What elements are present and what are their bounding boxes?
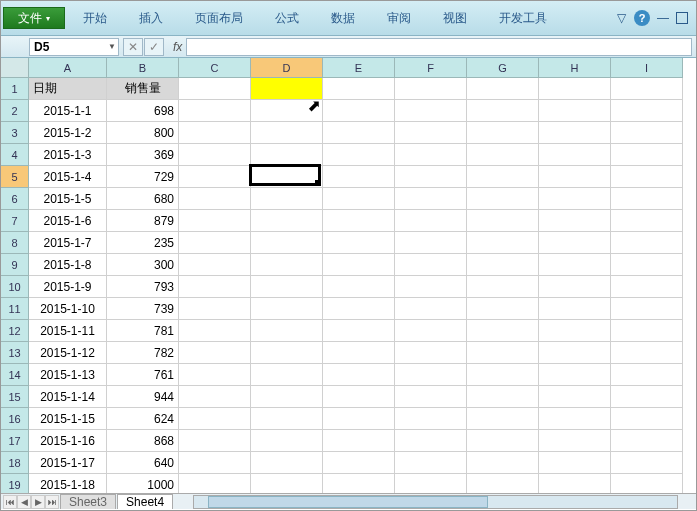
- cell[interactable]: [539, 122, 611, 144]
- sheet-nav-next-icon[interactable]: ▶: [31, 495, 45, 509]
- help-icon[interactable]: ?: [634, 10, 650, 26]
- ribbon-tab[interactable]: 公式: [259, 1, 315, 35]
- cell[interactable]: [467, 78, 539, 100]
- row-header[interactable]: 15: [1, 386, 29, 408]
- sheet-tab-active[interactable]: Sheet4: [117, 494, 173, 509]
- cell[interactable]: [611, 320, 683, 342]
- cell[interactable]: [251, 100, 323, 122]
- cell[interactable]: 698: [107, 100, 179, 122]
- cell[interactable]: [395, 232, 467, 254]
- row-header[interactable]: 19: [1, 474, 29, 495]
- cell[interactable]: [179, 452, 251, 474]
- cell[interactable]: [611, 254, 683, 276]
- ribbon-tab[interactable]: 视图: [427, 1, 483, 35]
- column-header[interactable]: H: [539, 58, 611, 78]
- cell[interactable]: [323, 188, 395, 210]
- row-header[interactable]: 1: [1, 78, 29, 100]
- cell[interactable]: [251, 342, 323, 364]
- cell[interactable]: [251, 320, 323, 342]
- cell[interactable]: [611, 474, 683, 495]
- cell[interactable]: 2015-1-12: [29, 342, 107, 364]
- cell[interactable]: 624: [107, 408, 179, 430]
- cell[interactable]: [395, 320, 467, 342]
- cell[interactable]: [467, 474, 539, 495]
- cell[interactable]: [611, 188, 683, 210]
- select-all-corner[interactable]: [1, 58, 29, 78]
- cell[interactable]: 781: [107, 320, 179, 342]
- scrollbar-thumb[interactable]: [208, 496, 488, 508]
- column-header[interactable]: B: [107, 58, 179, 78]
- cell[interactable]: [395, 364, 467, 386]
- file-button[interactable]: 文件 ▾: [3, 7, 65, 29]
- cell[interactable]: [179, 232, 251, 254]
- cell[interactable]: 2015-1-18: [29, 474, 107, 495]
- cell[interactable]: 2015-1-5: [29, 188, 107, 210]
- column-header[interactable]: C: [179, 58, 251, 78]
- cell[interactable]: [539, 210, 611, 232]
- cell[interactable]: [179, 364, 251, 386]
- cell[interactable]: 2015-1-11: [29, 320, 107, 342]
- row-header[interactable]: 5: [1, 166, 29, 188]
- cell[interactable]: 944: [107, 386, 179, 408]
- cell[interactable]: [179, 386, 251, 408]
- cell[interactable]: 868: [107, 430, 179, 452]
- cell[interactable]: [179, 430, 251, 452]
- row-header[interactable]: 9: [1, 254, 29, 276]
- cell[interactable]: [467, 100, 539, 122]
- cell[interactable]: [323, 364, 395, 386]
- cell[interactable]: [611, 298, 683, 320]
- cell[interactable]: [251, 144, 323, 166]
- cell[interactable]: [251, 474, 323, 495]
- cell[interactable]: [395, 100, 467, 122]
- cell[interactable]: [467, 276, 539, 298]
- minimize-ribbon-icon[interactable]: ▽: [614, 11, 628, 25]
- ribbon-tab[interactable]: 开始: [67, 1, 123, 35]
- cell[interactable]: [251, 210, 323, 232]
- cell[interactable]: [467, 254, 539, 276]
- cell[interactable]: [467, 320, 539, 342]
- cell[interactable]: [395, 430, 467, 452]
- cell[interactable]: [611, 430, 683, 452]
- cell[interactable]: [467, 408, 539, 430]
- cell[interactable]: [467, 144, 539, 166]
- cell[interactable]: [251, 386, 323, 408]
- cell[interactable]: 879: [107, 210, 179, 232]
- cell[interactable]: [539, 254, 611, 276]
- cell[interactable]: [323, 144, 395, 166]
- cell[interactable]: [323, 276, 395, 298]
- cell[interactable]: 782: [107, 342, 179, 364]
- column-header[interactable]: D: [251, 58, 323, 78]
- cell[interactable]: [539, 78, 611, 100]
- cell[interactable]: [251, 452, 323, 474]
- row-header[interactable]: 18: [1, 452, 29, 474]
- cell[interactable]: [179, 320, 251, 342]
- cell[interactable]: [179, 298, 251, 320]
- cell[interactable]: [539, 276, 611, 298]
- cell[interactable]: [611, 100, 683, 122]
- cell[interactable]: 销售量: [107, 78, 179, 100]
- ribbon-tab[interactable]: 页面布局: [179, 1, 259, 35]
- cell[interactable]: [611, 452, 683, 474]
- cell[interactable]: [251, 122, 323, 144]
- cell[interactable]: 2015-1-10: [29, 298, 107, 320]
- ribbon-tab[interactable]: 插入: [123, 1, 179, 35]
- cell[interactable]: 369: [107, 144, 179, 166]
- cell[interactable]: [395, 166, 467, 188]
- cell[interactable]: [395, 408, 467, 430]
- cell[interactable]: [539, 408, 611, 430]
- cell[interactable]: [323, 474, 395, 495]
- cell[interactable]: 2015-1-17: [29, 452, 107, 474]
- cell[interactable]: [539, 320, 611, 342]
- row-header[interactable]: 6: [1, 188, 29, 210]
- cell[interactable]: 2015-1-8: [29, 254, 107, 276]
- cell[interactable]: [251, 188, 323, 210]
- cell[interactable]: [395, 452, 467, 474]
- cell[interactable]: [539, 474, 611, 495]
- cell[interactable]: [467, 122, 539, 144]
- cell[interactable]: [323, 254, 395, 276]
- cell[interactable]: 日期: [29, 78, 107, 100]
- cell[interactable]: [323, 430, 395, 452]
- minimize-window-icon[interactable]: —: [656, 11, 670, 25]
- horizontal-scrollbar[interactable]: [193, 495, 678, 509]
- ribbon-tab[interactable]: 开发工具: [483, 1, 563, 35]
